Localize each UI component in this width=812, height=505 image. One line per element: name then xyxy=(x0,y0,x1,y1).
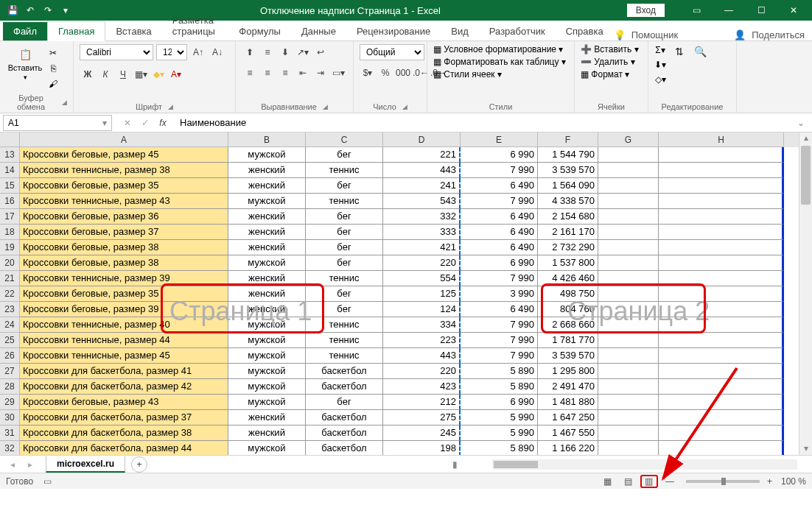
cell[interactable]: 421 xyxy=(383,240,461,255)
cell[interactable] xyxy=(659,364,784,379)
cell[interactable]: теннис xyxy=(306,271,383,286)
cell[interactable]: Кроссовки теннисные, размер 40 xyxy=(20,317,228,333)
cell[interactable]: 543 xyxy=(383,194,461,209)
cell[interactable] xyxy=(598,147,659,163)
col-header-C[interactable]: C xyxy=(306,133,383,147)
cell[interactable]: Кроссовки теннисные, размер 43 xyxy=(20,194,228,209)
cell[interactable]: Кроссовки для баскетбола, размер 38 xyxy=(20,425,228,441)
font-color-icon[interactable]: A▾ xyxy=(168,66,184,82)
wrap-text-icon[interactable]: ↩ xyxy=(312,44,329,60)
cell[interactable] xyxy=(598,178,659,194)
row-header[interactable]: 16 xyxy=(0,194,20,209)
col-header-G[interactable]: G xyxy=(598,133,659,147)
cell[interactable]: 212 xyxy=(383,395,461,410)
borders-icon[interactable]: ▦▾ xyxy=(133,66,149,82)
cell[interactable]: женский xyxy=(228,240,306,255)
cell[interactable]: мужской xyxy=(228,395,306,410)
col-header-E[interactable]: E xyxy=(461,133,538,147)
cell[interactable]: Кроссовки для баскетбола, размер 37 xyxy=(20,410,228,425)
cell[interactable]: бег xyxy=(306,209,383,225)
cell[interactable]: 220 xyxy=(383,255,461,271)
cell[interactable]: 498 750 xyxy=(538,286,598,302)
cell[interactable]: мужской xyxy=(228,379,306,395)
sheet-nav-next-icon[interactable]: ▸ xyxy=(22,456,38,473)
percent-icon[interactable]: % xyxy=(377,65,393,81)
cell[interactable]: 2 154 680 xyxy=(538,209,598,225)
cell[interactable]: 6 490 xyxy=(461,302,538,317)
cell[interactable]: баскетбол xyxy=(306,441,383,455)
cell[interactable]: Кроссовки для баскетбола, размер 41 xyxy=(20,364,228,379)
cell[interactable]: 6 990 xyxy=(461,147,538,163)
font-name-select[interactable]: Calibri xyxy=(80,44,153,60)
cell[interactable] xyxy=(659,410,784,425)
autosum-icon[interactable]: Σ▾ xyxy=(654,44,666,56)
cell[interactable]: 2 491 470 xyxy=(538,379,598,395)
cell[interactable] xyxy=(598,163,659,178)
col-header-H[interactable]: H xyxy=(659,133,784,147)
cell[interactable]: баскетбол xyxy=(306,364,383,379)
select-all-button[interactable] xyxy=(0,133,20,147)
cell[interactable] xyxy=(598,395,659,410)
row-header[interactable]: 32 xyxy=(0,441,20,455)
cell[interactable]: 7 990 xyxy=(461,333,538,348)
cell[interactable]: бег xyxy=(306,302,383,317)
cell[interactable]: 5 990 xyxy=(461,410,538,425)
hscroll-thumb[interactable] xyxy=(494,461,538,468)
cell[interactable]: женский xyxy=(228,425,306,441)
cell[interactable]: Кроссовки для баскетбола, размер 42 xyxy=(20,379,228,395)
cell[interactable]: 198 xyxy=(383,441,461,455)
cell[interactable]: бег xyxy=(306,286,383,302)
view-normal-icon[interactable]: ▦ xyxy=(599,475,617,488)
cell[interactable]: Кроссовки беговые, размер 37 xyxy=(20,225,228,240)
font-size-select[interactable]: 12 xyxy=(156,44,187,60)
cell[interactable] xyxy=(659,395,784,410)
share-icon[interactable]: 👤 xyxy=(734,29,746,40)
cell[interactable]: 7 990 xyxy=(461,163,538,178)
enter-formula-icon[interactable]: ✓ xyxy=(137,115,153,131)
cell[interactable] xyxy=(659,425,784,441)
cell[interactable] xyxy=(659,240,784,255)
col-header-B[interactable]: B xyxy=(228,133,306,147)
underline-button[interactable]: Ч xyxy=(115,66,131,82)
cell[interactable]: 221 xyxy=(383,147,461,163)
cell[interactable]: 7 990 xyxy=(461,317,538,333)
cell[interactable] xyxy=(659,225,784,240)
expand-formula-icon[interactable]: ⌄ xyxy=(793,115,809,131)
tell-me-label[interactable]: Помощник xyxy=(631,29,679,40)
cell[interactable] xyxy=(598,302,659,317)
qat-dropdown-icon[interactable]: ▾ xyxy=(57,2,74,18)
tab-insert[interactable]: Вставка xyxy=(105,22,161,40)
cell[interactable]: Кроссовки беговые, размер 38 xyxy=(20,240,228,255)
cell[interactable]: 220 xyxy=(383,364,461,379)
cell[interactable]: 1 544 790 xyxy=(538,147,598,163)
row-header[interactable]: 17 xyxy=(0,209,20,225)
fill-color-icon[interactable]: ◆▾ xyxy=(150,66,167,82)
align-right-icon[interactable]: ≡ xyxy=(277,65,293,81)
cell[interactable]: 6 490 xyxy=(461,209,538,225)
cell[interactable]: баскетбол xyxy=(306,379,383,395)
row-header[interactable]: 31 xyxy=(0,425,20,441)
cell[interactable] xyxy=(598,271,659,286)
maximize-icon[interactable]: ☐ xyxy=(746,0,777,21)
tell-me-icon[interactable]: 💡 xyxy=(614,29,626,40)
decrease-indent-icon[interactable]: ⇤ xyxy=(295,65,311,81)
increase-font-icon[interactable]: A↑ xyxy=(190,44,206,60)
cell[interactable] xyxy=(598,410,659,425)
format-cells-button[interactable]: ▦ Формат ▾ xyxy=(581,69,629,80)
cell[interactable] xyxy=(598,240,659,255)
cancel-formula-icon[interactable]: ✕ xyxy=(119,115,136,131)
cell[interactable]: 7 990 xyxy=(461,194,538,209)
tab-page-layout[interactable]: Разметка страницы xyxy=(162,11,229,40)
name-box[interactable]: A1▾ xyxy=(3,115,112,131)
cell[interactable]: 7 990 xyxy=(461,348,538,364)
fill-icon[interactable]: ⬇▾ xyxy=(654,59,666,71)
italic-button[interactable]: К xyxy=(97,66,113,82)
zoom-level[interactable]: 100 % xyxy=(781,476,806,487)
cell[interactable]: 4 338 570 xyxy=(538,194,598,209)
align-left-icon[interactable]: ≡ xyxy=(242,65,258,81)
insert-cells-button[interactable]: ➕ Вставить ▾ xyxy=(581,44,639,54)
cell[interactable] xyxy=(598,255,659,271)
cell[interactable]: баскетбол xyxy=(306,425,383,441)
align-bottom-icon[interactable]: ⬇ xyxy=(277,44,293,60)
cell[interactable]: 1 295 800 xyxy=(538,364,598,379)
